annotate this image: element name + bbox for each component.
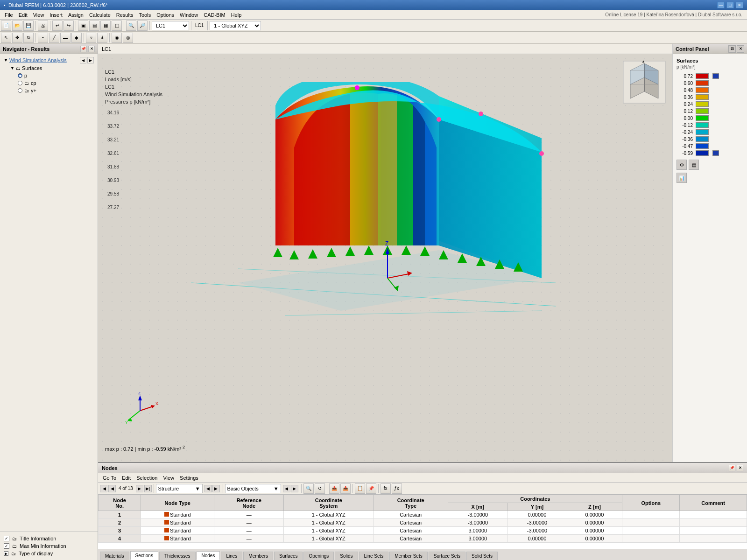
redo-button[interactable]: ↪ (63, 21, 74, 31)
cp-chart-icon[interactable]: 📊 (677, 173, 687, 183)
tab-lines[interactable]: Lines (221, 552, 242, 560)
table-row[interactable]: 2 Standard — 1 - Global XYZ Cartesian -3… (99, 519, 747, 527)
basic-prev[interactable]: ◀ (283, 485, 290, 492)
basic-next[interactable]: ▶ (291, 485, 298, 492)
menu-view[interactable]: View (160, 475, 177, 481)
bottom-pin[interactable]: 📌 (729, 465, 735, 471)
cp-table-icon[interactable]: ▤ (689, 160, 699, 170)
cp-icon1[interactable]: ⊡ (728, 45, 736, 53)
tab-solid-sets[interactable]: Solid Sets (466, 552, 498, 560)
zoom-out[interactable]: 🔎 (137, 21, 148, 31)
menu-options[interactable]: Options (154, 12, 177, 18)
table-row[interactable]: 1 Standard — 1 - Global XYZ Cartesian -3… (99, 511, 747, 519)
formula2-btn[interactable]: ƒx (392, 483, 402, 494)
pager-next[interactable]: ▶ (136, 485, 143, 492)
menu-edit[interactable]: Edit (119, 475, 134, 481)
radio-y[interactable]: 🗂 y+ (15, 87, 96, 94)
tab-member-sets[interactable]: Member Sets (389, 552, 427, 560)
title-info-item[interactable]: 🗂 Title Information (2, 535, 96, 542)
table-scroll[interactable]: NodeNo. Node Type ReferenceNode Coordina… (98, 495, 747, 549)
view-3[interactable]: ▦ (100, 21, 111, 31)
load-btn[interactable]: ↡ (97, 33, 107, 43)
viewport[interactable]: LC1 34.16 33.72 33.21 32.61 31.88 30.93 … (98, 44, 672, 462)
nav-close[interactable]: ✕ (88, 46, 95, 52)
maxmin-info-item[interactable]: 🗂 Max Min Information (2, 542, 96, 550)
tab-materials[interactable]: Materials (100, 552, 129, 560)
menu-edit[interactable]: Edit (16, 12, 30, 18)
line-btn[interactable]: ╱ (49, 33, 59, 43)
title-info-checkbox[interactable] (4, 536, 9, 541)
menu-tools[interactable]: Tools (136, 12, 154, 18)
tab-openings[interactable]: Openings (303, 552, 334, 560)
save-button[interactable]: 💾 (23, 21, 34, 31)
struct-prev[interactable]: ◀ (204, 485, 212, 492)
view-2[interactable]: ▤ (89, 21, 99, 31)
tab-surfaces[interactable]: Surfaces (274, 552, 303, 560)
coord-dropdown[interactable]: 1 - Global XYZ (210, 21, 261, 30)
move-btn[interactable]: ✥ (12, 33, 22, 43)
nav-surfaces-group[interactable]: ▼ 🗂 Surfaces (8, 64, 96, 72)
pager-last[interactable]: ▶| (144, 485, 152, 492)
pager-prev[interactable]: ◀ (108, 485, 116, 492)
view-4[interactable]: ◫ (112, 21, 122, 31)
undo-button[interactable]: ↩ (52, 21, 63, 31)
surface-btn[interactable]: ▬ (60, 33, 70, 43)
table-row[interactable]: 4 Standard — 1 - Global XYZ Cartesian 3.… (99, 535, 747, 543)
lc-dropdown[interactable]: LC1 (152, 21, 189, 30)
minimize-button[interactable]: — (717, 2, 725, 8)
menu-window[interactable]: Window (177, 12, 201, 18)
menu-calculate[interactable]: Calculate (86, 12, 113, 18)
refresh-btn[interactable]: ↺ (315, 483, 325, 494)
tab-sections[interactable]: Sections (130, 551, 158, 560)
nav-pin[interactable]: 📌 (80, 46, 87, 52)
open-button[interactable]: 📂 (12, 21, 22, 31)
canvas-area[interactable]: 34.16 33.72 33.21 32.61 31.88 30.93 29.5… (98, 54, 672, 462)
menu-view[interactable]: View (30, 12, 47, 18)
type-display-expand[interactable]: ▶ (4, 551, 8, 556)
pager-first[interactable]: |◀ (100, 485, 107, 492)
menu-help[interactable]: Help (228, 12, 245, 18)
solid-btn[interactable]: ◆ (71, 33, 82, 43)
maximize-button[interactable]: □ (726, 2, 734, 8)
render-btn[interactable]: ◉ (112, 33, 122, 43)
filter-btn[interactable]: 🔍 (303, 483, 314, 494)
print-button[interactable]: 🖨 (38, 21, 48, 31)
tab-members[interactable]: Members (243, 552, 273, 560)
formula-btn[interactable]: fx (381, 483, 391, 494)
tab-nodes[interactable]: Nodes (197, 551, 220, 560)
tab-surface-sets[interactable]: Surface Sets (429, 552, 465, 560)
tab-solids[interactable]: Solids (335, 552, 358, 560)
menu-goto[interactable]: Go To (100, 475, 119, 481)
bottom-close[interactable]: ✕ (737, 465, 743, 471)
cp-icon2[interactable]: ✕ (737, 45, 744, 53)
radio-cp[interactable]: 🗂 cp (15, 79, 96, 87)
nav-next[interactable]: ▶ (87, 57, 94, 63)
export-btn[interactable]: 📤 (329, 483, 339, 494)
menu-file[interactable]: File (2, 12, 16, 18)
menu-insert[interactable]: Insert (47, 12, 65, 18)
import-btn[interactable]: 📥 (340, 483, 351, 494)
paste-btn[interactable]: 📌 (366, 483, 376, 494)
rotate-btn[interactable]: ↻ (23, 33, 34, 43)
maxmin-info-checkbox[interactable] (4, 543, 9, 549)
menu-settings[interactable]: Settings (177, 475, 201, 481)
iso-cube[interactable]: ▲ (621, 59, 668, 105)
struct-next[interactable]: ▶ (212, 485, 220, 492)
tab-thicknesses[interactable]: Thicknesses (159, 552, 196, 560)
nav-wind-analysis[interactable]: ▼ Wind Simulation Analysis ◀ ▶ (2, 56, 96, 64)
view-1[interactable]: ▣ (78, 21, 88, 31)
support-btn[interactable]: ▿ (86, 33, 96, 43)
node-btn[interactable]: • (38, 33, 48, 43)
table-row[interactable]: 3 Standard — 1 - Global XYZ Cartesian 3.… (99, 527, 747, 535)
radio-p[interactable]: p (15, 72, 96, 79)
copy-btn[interactable]: 📋 (355, 483, 365, 494)
close-button[interactable]: ✕ (736, 2, 743, 8)
tab-line-sets[interactable]: Line Sets (359, 552, 389, 560)
new-button[interactable]: 📄 (1, 21, 11, 31)
wire-btn[interactable]: ◎ (123, 33, 133, 43)
basic-objects-dropdown[interactable]: Basic Objects ▼ (225, 484, 281, 493)
cp-settings-icon[interactable]: ⚙ (677, 160, 687, 170)
menu-results[interactable]: Results (113, 12, 136, 18)
structure-dropdown[interactable]: Structure ▼ (156, 484, 203, 493)
menu-cad-bim[interactable]: CAD-BIM (201, 12, 228, 18)
